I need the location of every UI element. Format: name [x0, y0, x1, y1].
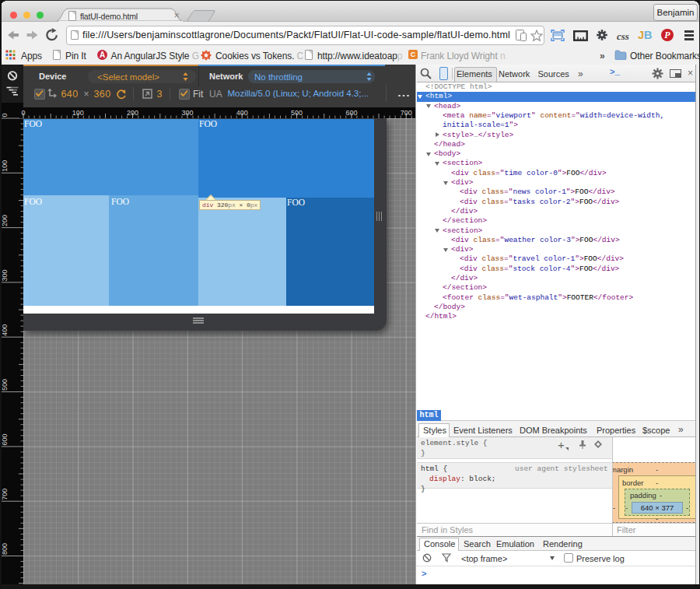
- svg-text:200: 200: [127, 109, 138, 117]
- svg-text:500: 500: [291, 109, 303, 117]
- svg-text:700: 700: [1, 489, 9, 500]
- svg-text:100: 100: [72, 109, 84, 117]
- svg-text:800: 800: [1, 543, 9, 555]
- svg-text:700: 700: [401, 109, 412, 117]
- svg-text:400: 400: [236, 109, 248, 117]
- svg-text:300: 300: [1, 269, 9, 281]
- svg-text:500: 500: [1, 379, 9, 391]
- svg-text:400: 400: [1, 324, 9, 336]
- svg-text:600: 600: [1, 433, 9, 445]
- svg-text:200: 200: [1, 215, 9, 226]
- svg-text:600: 600: [345, 109, 357, 117]
- svg-text:300: 300: [181, 109, 193, 117]
- svg-text:0: 0: [21, 109, 25, 117]
- svg-text:100: 100: [1, 160, 9, 172]
- svg-text:0: 0: [1, 113, 9, 117]
